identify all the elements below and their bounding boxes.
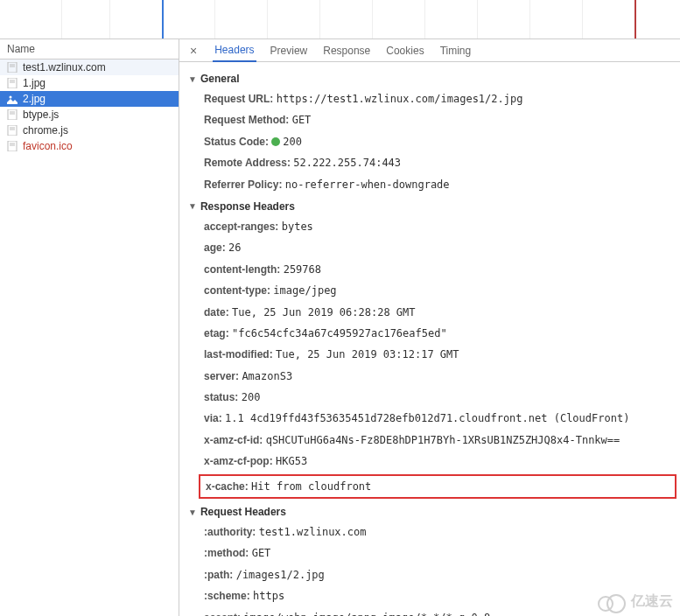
header-key: content-length: (204, 263, 284, 276)
document-file-icon (7, 62, 18, 73)
header-row: age: 26 (204, 237, 671, 258)
header-row: :method: GET (204, 542, 671, 564)
header-row: status: 200 (204, 387, 671, 408)
header-value: qSHCUTuHG6a4Ns-Fz8DE8hDP1H7BYh-1XRsUB1NZ… (266, 434, 620, 446)
header-value: HKG53 (276, 455, 307, 467)
sidebar-header-name[interactable]: Name (0, 39, 179, 60)
request-row[interactable]: chrome.js (0, 122, 179, 138)
svg-rect-0 (8, 62, 17, 73)
favicon-file-icon (7, 141, 18, 151)
header-row: Remote Address: 52.222.255.74:443 (204, 152, 671, 173)
request-row-label: 1.jpg (23, 77, 46, 89)
request-row-label: test1.wzlinux.com (23, 61, 106, 74)
header-value: bytes (282, 220, 313, 233)
header-row: etag: "fc6c54cfc34a67c495927ac176eaf5ed" (204, 323, 671, 344)
request-row-label: favicon.ico (23, 140, 73, 152)
header-value: image/webp,image/apng,image/*,*/*;q=0.8 (243, 612, 490, 616)
section-response-headers[interactable]: ▼ Response Headers (188, 195, 671, 216)
header-value: test1.wzlinux.com (259, 526, 367, 538)
header-row: Status Code: 200 (204, 131, 671, 152)
status-dot-icon (271, 137, 280, 146)
header-value: 200 (242, 391, 261, 403)
section-request-headers[interactable]: ▼ Request Headers (188, 500, 671, 522)
request-row-label: btype.js (23, 108, 59, 121)
header-key: last-modified: (204, 348, 276, 360)
header-row: Referrer Policy: no-referrer-when-downgr… (204, 174, 671, 195)
header-value: AmazonS3 (242, 370, 292, 382)
header-value: GET (252, 547, 271, 559)
header-row: content-type: image/jpeg (204, 280, 671, 301)
details-tabs: × Headers Preview Response Cookies Timin… (179, 39, 680, 62)
request-row[interactable]: test1.wzlinux.com (0, 60, 179, 75)
header-row: x-amz-cf-id: qSHCUTuHG6a4Ns-Fz8DE8hDP1H7… (204, 430, 671, 451)
svg-rect-8 (8, 109, 17, 120)
header-key: x-amz-cf-pop: (204, 455, 276, 467)
request-row[interactable]: favicon.ico (0, 138, 179, 154)
header-value: image/jpeg (273, 284, 336, 297)
header-value: 26 (228, 242, 241, 254)
header-key: Remote Address: (204, 157, 293, 169)
header-value: https://test1.wzlinux.com/images1/2.jpg (277, 93, 523, 105)
close-icon[interactable]: × (186, 44, 200, 58)
header-row: Request URL: https://test1.wzlinux.com/i… (204, 88, 671, 109)
header-row: date: Tue, 25 Jun 2019 06:28:28 GMT (204, 302, 671, 323)
document-file-icon (7, 125, 18, 136)
section-general-label: General (200, 73, 240, 85)
header-key: :method: (204, 547, 252, 559)
section-request-headers-label: Request Headers (200, 506, 286, 518)
header-key: Status Code: (204, 136, 271, 148)
watermark-text: 亿速云 (631, 592, 673, 611)
header-value: 200 (271, 136, 302, 148)
caret-down-icon: ▼ (188, 74, 197, 84)
tab-response[interactable]: Response (321, 40, 372, 61)
header-key: accept: (204, 612, 243, 616)
header-key: :path: (204, 569, 236, 581)
header-row: server: AmazonS3 (204, 366, 671, 387)
header-row: x-amz-cf-pop: HKG53 (204, 451, 671, 472)
header-key: content-type: (204, 284, 273, 297)
header-row: accept-ranges: bytes (204, 216, 671, 237)
header-key: etag: (204, 327, 232, 340)
header-value: 259768 (284, 263, 321, 276)
tab-cookies[interactable]: Cookies (384, 40, 425, 61)
network-request-list: Name test1.wzlinux.com1.jpg2.jpgbtype.js… (0, 39, 179, 616)
request-row[interactable]: 2.jpg (0, 91, 179, 107)
header-key: x-cache: (206, 480, 251, 493)
header-value: Hit from cloudfront (251, 480, 371, 493)
image-file-icon (7, 94, 18, 104)
section-response-headers-label: Response Headers (200, 200, 295, 213)
request-row-label: 2.jpg (23, 93, 46, 105)
header-key: :authority: (204, 526, 259, 538)
svg-rect-11 (8, 125, 17, 136)
header-key: accept-ranges: (204, 220, 282, 233)
header-value: /images1/2.jpg (236, 569, 325, 581)
header-value: no-referrer-when-downgrade (285, 178, 450, 191)
header-row: x-cache: Hit from cloudfront (199, 474, 676, 499)
header-key: x-amz-cf-id: (204, 434, 266, 446)
tab-preview[interactable]: Preview (269, 40, 310, 61)
header-key: Request Method: (204, 114, 292, 126)
header-row: via: 1.1 4cd19ffd43f53635451d728efb012d7… (204, 408, 671, 429)
cloud-icon (598, 594, 627, 610)
section-general[interactable]: ▼ General (188, 67, 671, 88)
svg-rect-14 (8, 141, 17, 151)
header-value: 52.222.255.74:443 (293, 157, 401, 169)
header-key: Referrer Policy: (204, 178, 285, 191)
header-value: 1.1 4cd19ffd43f53635451d728efb012d71.clo… (225, 412, 629, 424)
tab-timing[interactable]: Timing (438, 40, 473, 61)
headers-panel: ▼ General Request URL: https://test1.wzl… (179, 62, 680, 616)
header-key: via: (204, 412, 225, 424)
request-row[interactable]: 1.jpg (0, 75, 179, 91)
caret-down-icon: ▼ (188, 201, 197, 211)
header-key: status: (204, 391, 242, 403)
document-file-icon (7, 78, 18, 88)
header-key: server: (204, 370, 242, 382)
header-key: date: (204, 306, 232, 318)
document-file-icon (7, 109, 18, 120)
tab-headers[interactable]: Headers (213, 39, 256, 62)
request-row-label: chrome.js (23, 124, 68, 136)
header-key: :scheme: (204, 590, 253, 602)
svg-rect-3 (8, 78, 17, 88)
header-value: Tue, 25 Jun 2019 06:28:28 GMT (232, 306, 416, 318)
request-row[interactable]: btype.js (0, 107, 179, 122)
